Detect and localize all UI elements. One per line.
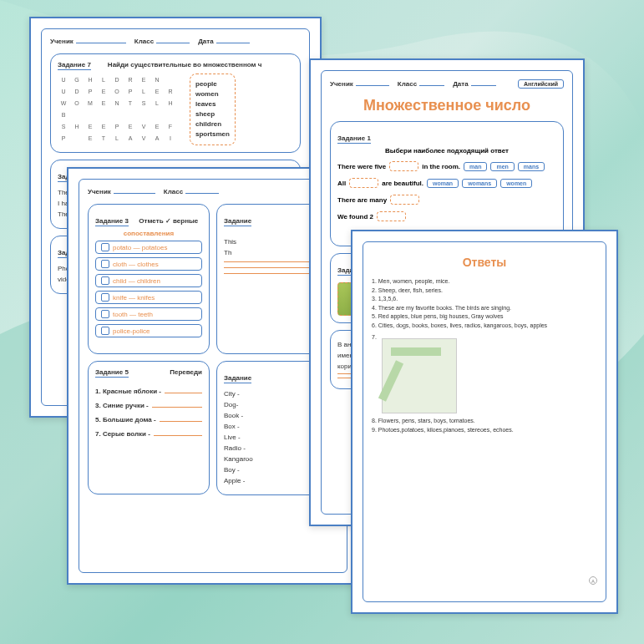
row2-text2: are beautiful. [382, 180, 423, 187]
row3-text: There are many [337, 196, 387, 204]
task-3-box: Задание 3 Отметь ✓ верные сопоставления … [88, 204, 210, 354]
wordsearch-grid: UGHLDRENUDPEOPLERWOMENTSLHBSHEEPEVEFPETL… [58, 77, 176, 145]
choice-row-3: There are many [337, 195, 556, 205]
choice-women[interactable]: women [500, 179, 532, 188]
answers-title: Ответы [372, 256, 597, 269]
checkbox[interactable] [101, 243, 109, 251]
main-title: Множественное число [330, 97, 564, 114]
choice-woman[interactable]: woman [427, 179, 459, 188]
student-label: Ученик [50, 38, 74, 45]
row2-text1: All [337, 180, 346, 187]
choice-mans[interactable]: mans [518, 162, 545, 171]
blank-box-2[interactable] [349, 178, 378, 188]
word-list: peoplewomenleavessheepchildrensportsmen [195, 79, 230, 139]
task-1-box: Задание 1 Выбери наиболее подходящий отв… [330, 121, 564, 246]
checkbox[interactable] [101, 276, 109, 285]
task-7-label: Задание 7 [58, 61, 91, 70]
choice-womans[interactable]: womans [462, 179, 497, 188]
match-item[interactable]: child — children [95, 274, 202, 287]
translate-item: 5. Большие дома - [95, 416, 202, 423]
answers-list: 1. Men, women, people, mice.2. Sheep, de… [372, 277, 597, 330]
task4-text2: Th [224, 249, 231, 256]
task-1-instruction: Выбери наиболее подходящий ответ [337, 147, 556, 155]
task-6-label: Задание [224, 374, 251, 383]
task-5-title: Переведи [170, 368, 202, 376]
row4-text: We found 2 [337, 213, 373, 221]
task-7-title: Найди существительные во множественном ч [108, 61, 261, 68]
answer-line: 6. Cities, dogs, books, boxes, lives, ra… [372, 322, 597, 331]
checkbox[interactable] [101, 293, 109, 302]
class-label: Класс [134, 38, 154, 45]
task-5-label: Задание 5 [95, 368, 129, 378]
task-3-label: Задание 3 [95, 217, 129, 226]
answer-line: 5. Red apples, blue pens, big houses, Gr… [372, 312, 597, 322]
matches-list: potato — potatoescloth — clotheschild — … [95, 241, 202, 337]
choice-row-4: We found 2 [337, 211, 556, 221]
choice-row-1: There were five in the room. man men man… [337, 161, 556, 171]
answer-7: 7. [372, 333, 377, 342]
task-3-title: Отметь ✓ верные [139, 217, 198, 225]
task-7-box: Задание 7 Найди существительные во множе… [50, 53, 301, 153]
blank-box-4[interactable] [377, 211, 406, 221]
task-3-subtitle: сопоставления [95, 230, 202, 237]
translate-item: 3. Синие ручки - [95, 402, 202, 409]
blank-box-1[interactable] [389, 161, 418, 171]
checkbox[interactable] [101, 310, 109, 318]
word-list-box: peoplewomenleavessheepchildrensportsmen [190, 74, 236, 145]
translate-list: 1. Красные яблоки -3. Синие ручки -5. Бо… [95, 388, 202, 438]
student-label-2: Ученик [88, 188, 111, 195]
checkbox[interactable] [101, 327, 109, 335]
worksheet-answers: Ответы 1. Men, women, people, mice.2. Sh… [351, 230, 618, 614]
date-label-3: Дата [453, 80, 469, 88]
translate-item: 1. Красные яблоки - [95, 388, 202, 395]
worksheet-inner-4: Ответы 1. Men, women, people, mice.2. Sh… [363, 241, 606, 602]
task4-text1: This [224, 238, 236, 246]
match-item[interactable]: potato — potatoes [95, 241, 202, 254]
answer-line: 1. Men, women, people, mice. [372, 277, 597, 287]
page-marker: A [589, 576, 597, 585]
task-5-box: Задание 5 Переведи 1. Красные яблоки -3.… [88, 361, 210, 494]
language-badge: Английский [518, 79, 564, 89]
task-4-label: Задание [224, 217, 251, 226]
match-item[interactable]: knife — knifes [95, 291, 202, 304]
date-label: Дата [198, 38, 214, 45]
class-label-3: Класс [398, 80, 417, 88]
row1-text1: There were five [337, 163, 386, 170]
checkbox[interactable] [101, 260, 109, 268]
student-label-3: Ученик [330, 80, 353, 88]
answer-line: 2. Sheep, deer, fish, series. [372, 287, 597, 296]
choice-man[interactable]: man [464, 162, 487, 171]
match-item[interactable]: police-police [95, 324, 202, 337]
header-row-2: Ученик Класс [88, 188, 338, 195]
answer-9: 9. Photoes,potatoes, kiloes,pianoes, ste… [372, 426, 597, 435]
answer-line: 4. These are my favorite books. The bird… [372, 304, 597, 313]
header-row-3: Ученик Класс Дата Английский [330, 79, 564, 89]
translate-item: 7. Серые волки - [95, 430, 202, 438]
class-label-2: Класс [164, 188, 183, 195]
task-1-label: Задание 1 [337, 134, 371, 144]
choice-row-2: All are beautiful. woman womans women [337, 178, 556, 188]
header-row: Ученик Класс Дата [50, 38, 301, 45]
row1-text2: in the room. [422, 163, 460, 170]
answer-line: 3. 1,3,5,6. [372, 295, 597, 304]
answer-8: 8. Flowers, pens, stars, boys, tomatoes. [372, 417, 597, 426]
match-item[interactable]: cloth — clothes [95, 257, 202, 271]
answer-wordsearch-solution [382, 338, 457, 413]
choice-men[interactable]: men [490, 162, 514, 171]
worksheet-inner-2: Ученик Класс Задание 3 Отметь ✓ верные с… [79, 179, 347, 573]
blank-box-3[interactable] [390, 195, 419, 205]
match-item[interactable]: tooth — teeth [95, 307, 202, 321]
